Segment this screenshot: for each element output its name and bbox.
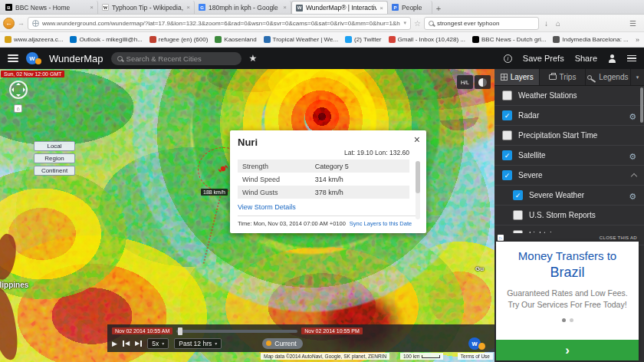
gear-icon[interactable]	[629, 109, 636, 123]
layer-item-weather-stations[interactable]: Weather Stations	[495, 86, 644, 106]
compass-pan-control[interactable]	[9, 81, 28, 99]
ad-carousel-dots[interactable]	[562, 318, 573, 322]
checkbox-unchecked[interactable]	[513, 210, 523, 220]
bookmark-twitter[interactable]: (2) Twitter	[345, 36, 381, 43]
map-search-input[interactable]: Search & Recent Cities	[111, 52, 242, 65]
gear-icon[interactable]	[629, 189, 636, 202]
chevron-up-icon[interactable]	[631, 173, 637, 179]
chevron-down-icon: ▾	[215, 341, 217, 346]
tab-legends[interactable]: Legends	[586, 69, 631, 85]
speed-select[interactable]: 5x▾	[147, 338, 169, 349]
bookmark-star-icon[interactable]: ☆	[414, 19, 421, 28]
checkbox-checked[interactable]	[502, 110, 512, 120]
timeline-end-label: Nov 02 2014 10:55 PM	[301, 327, 363, 334]
tab-people[interactable]: P People	[388, 1, 432, 14]
checkbox-checked[interactable]	[513, 190, 523, 200]
sidebar-scrollbar[interactable]	[640, 87, 643, 123]
url-bar[interactable]: www.wunderground.com/wundermap/?lat=17.9…	[28, 17, 411, 30]
bookmark-outlook[interactable]: Outlook - mikegilli@h...	[70, 36, 142, 43]
url-text[interactable]: www.wunderground.com/wundermap/?lat=17.9…	[42, 20, 400, 27]
tab-google-search[interactable]: G 180mph in kph - Google Se... ×	[195, 1, 291, 14]
weather-map[interactable]: Sun, 02 Nov 12:00 GMT ⌂ Local Region Con…	[0, 69, 495, 362]
favorite-star-icon[interactable]: ★	[249, 53, 258, 64]
step-back-button[interactable]: ◀	[123, 340, 130, 347]
account-person-icon[interactable]	[608, 54, 616, 63]
region-view-button[interactable]: Region	[34, 153, 75, 163]
tab-close-icon[interactable]: ×	[90, 4, 94, 11]
layer-item-severe[interactable]: Severe	[495, 166, 644, 186]
checkbox-unchecked[interactable]	[502, 130, 512, 140]
terms-of-use-link[interactable]: Terms of Use	[458, 353, 493, 360]
storm-name: Nuri	[238, 137, 419, 148]
checkbox-checked[interactable]	[502, 170, 512, 180]
bookmark-bbc[interactable]: BBC News - Dutch gri...	[472, 36, 546, 43]
layer-label: Severe Weather	[529, 191, 623, 199]
checkbox-unchecked[interactable]	[502, 90, 512, 100]
wunderground-logo[interactable]: w	[26, 52, 41, 64]
tab-close-icon[interactable]: ×	[380, 5, 383, 12]
map-scale: 100 km	[400, 353, 443, 360]
layer-item-radar[interactable]: Radar	[495, 106, 644, 126]
share-button[interactable]: Share	[575, 54, 597, 63]
layer-item-us-storm-reports[interactable]: U.S. Storm Reports	[495, 206, 644, 225]
save-prefs-button[interactable]: Save Prefs	[523, 54, 564, 63]
checkbox-checked[interactable]	[502, 150, 512, 160]
layer-item-precipitation-start-time[interactable]: Precipitation Start Time	[495, 126, 644, 146]
tab-close-icon[interactable]: ×	[283, 4, 287, 11]
layer-item-severe-weather[interactable]: Severe Weather	[495, 186, 644, 206]
layer-label: U.S. Storm Reports	[529, 211, 636, 219]
list-menu-icon[interactable]	[627, 55, 636, 62]
hurricane-icon[interactable]	[217, 163, 229, 175]
browser-menu-icon[interactable]: ☰	[629, 19, 636, 28]
close-ad-button[interactable]: CLOSE THIS AD	[600, 235, 637, 240]
sidebar-collapse-caret[interactable]: ▾	[631, 69, 644, 85]
popup-scrollbar[interactable]	[416, 161, 420, 219]
bookmark-kaosenland[interactable]: Kaosenland	[215, 36, 256, 43]
timeline-slider[interactable]	[176, 330, 297, 333]
highs-lows-toggle-button[interactable]: H/L	[457, 75, 473, 89]
bookmark-tropical-weather[interactable]: Tropical Weather | We...	[264, 36, 339, 43]
search-query-text[interactable]: strongest ever typhoon	[437, 20, 499, 27]
local-view-button[interactable]: Local	[34, 141, 75, 151]
gear-icon[interactable]	[629, 149, 636, 163]
tab-wundermap-active[interactable]: W WunderMap® | Interactive... ×	[291, 1, 388, 14]
tab-trips[interactable]: Trips	[540, 69, 585, 85]
tab-bbc-news[interactable]: B BBC News - Home ×	[2, 1, 98, 14]
ad-cta-button[interactable]: ›	[496, 340, 639, 360]
home-icon[interactable]: ⌂	[556, 19, 560, 28]
bookmark-label: Outlook - mikegilli@h...	[79, 36, 142, 43]
timeline-slider-handle[interactable]	[178, 327, 182, 335]
tab-wikipedia[interactable]: W Typhoon Tip - Wikipedia, t... ×	[98, 1, 195, 14]
play-button[interactable]: ▶	[112, 340, 117, 347]
tab-layers[interactable]: Layers	[495, 69, 540, 85]
day-night-toggle-button[interactable]	[475, 75, 491, 89]
current-toggle[interactable]: Current	[262, 338, 302, 349]
bookmark-gmail[interactable]: Gmail - Inbox (10,428) ...	[389, 36, 465, 43]
layers-icon	[501, 74, 508, 81]
layer-item-satellite[interactable]: Satellite	[495, 146, 644, 166]
tab-title: 180mph in kph - Google Se...	[209, 4, 280, 12]
popup-close-icon[interactable]: ×	[414, 133, 420, 146]
adchoices-icon[interactable]: ▷	[498, 235, 504, 241]
view-storm-details-link[interactable]: View Storm Details	[238, 203, 296, 211]
step-forward-button[interactable]: ▶	[135, 340, 142, 347]
forward-button[interactable]: →	[18, 19, 25, 27]
ad-content[interactable]: Money Transfers to Brazil Guaranteed Rat…	[496, 242, 639, 360]
tab-close-icon[interactable]: ×	[186, 4, 190, 11]
back-button[interactable]: ←	[3, 18, 15, 29]
browser-search-input[interactable]: strongest ever typhoon	[424, 17, 539, 30]
time-range-select[interactable]: Past 12 hrs▾	[174, 338, 222, 349]
url-dropdown-icon[interactable]: ▾	[403, 20, 406, 26]
bookmark-refugee[interactable]: refugee (en) (600)	[150, 36, 208, 43]
bookmark-indymedia[interactable]: Indymedia Barcelona: ...	[553, 36, 628, 43]
menu-hamburger-icon[interactable]	[8, 54, 18, 62]
bookmark-label: (2) Twitter	[354, 36, 381, 43]
downloads-icon[interactable]: ↓	[544, 19, 548, 28]
bookmarks-overflow-icon[interactable]: »	[636, 36, 639, 44]
map-home-button[interactable]: ⌂	[14, 104, 22, 113]
bookmark-aljazeera[interactable]: www.aljazeera.c...	[5, 36, 63, 43]
continent-view-button[interactable]: Continent	[34, 166, 75, 176]
info-icon[interactable]: i	[504, 54, 512, 63]
sync-layers-link[interactable]: Sync Layers to this Date	[350, 220, 412, 227]
new-tab-button[interactable]: +	[432, 2, 445, 14]
